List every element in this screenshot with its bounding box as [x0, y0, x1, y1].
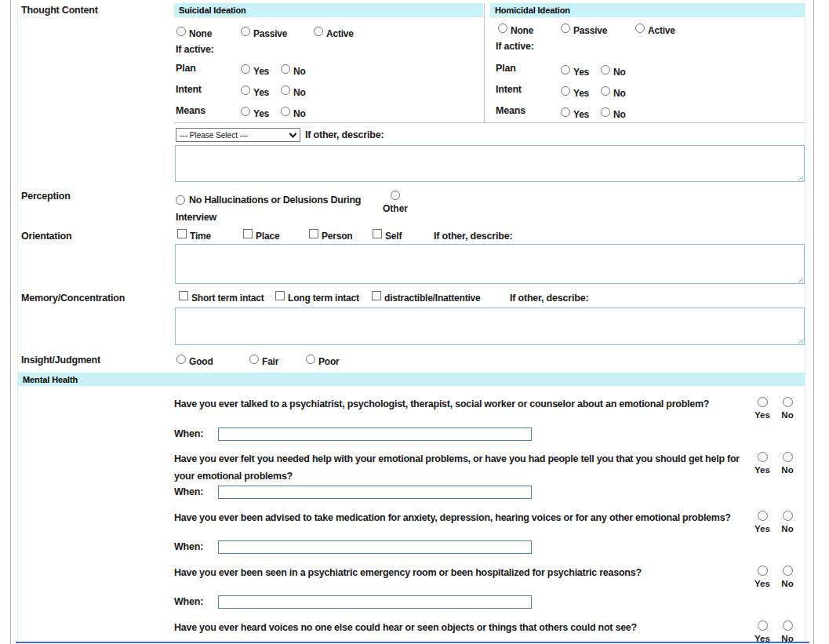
- radio-icon[interactable]: [601, 65, 610, 75]
- radio-icon[interactable]: [241, 107, 250, 116]
- section-label-orientation: Orientation: [21, 231, 71, 242]
- radio-icon[interactable]: [314, 27, 323, 36]
- radio-icon[interactable]: [281, 64, 290, 74]
- radio-option-suicidal-means-no[interactable]: No: [281, 107, 306, 118]
- checkbox-option-person[interactable]: Person: [309, 229, 352, 241]
- radio-option-suicidal-plan-yes[interactable]: Yes: [241, 64, 269, 76]
- radio-option-suicidal-passive[interactable]: Passive: [241, 27, 287, 38]
- radio-option-homicidal-intent-no[interactable]: No: [601, 86, 626, 98]
- radio-icon[interactable]: [561, 107, 570, 117]
- radio-icon[interactable]: [601, 107, 610, 117]
- checkbox-icon[interactable]: [179, 291, 188, 300]
- radio-icon[interactable]: [176, 27, 186, 36]
- checkbox-option-time[interactable]: Time: [177, 229, 211, 241]
- radio-icon[interactable]: [498, 24, 507, 33]
- radio-option-suicidal-intent-yes[interactable]: Yes: [241, 86, 269, 97]
- radio-icon[interactable]: [176, 195, 185, 205]
- radio-option-suicidal-means-yes[interactable]: Yes: [241, 107, 269, 118]
- radio-option-suicidal-none[interactable]: None: [176, 27, 212, 38]
- radio-option-q5-no[interactable]: No: [776, 620, 799, 643]
- checkbox-option-distractible[interactable]: distractible/Inattentive: [372, 291, 481, 303]
- orientation-if-other-label: If other, describe:: [434, 231, 512, 242]
- suicidal-intent-label: Intent: [176, 84, 202, 95]
- radio-icon[interactable]: [281, 107, 290, 116]
- radio-option-q4-no[interactable]: No: [776, 566, 799, 588]
- checkbox-option-place[interactable]: Place: [243, 229, 279, 241]
- radio-icon[interactable]: [635, 24, 645, 33]
- radio-icon[interactable]: [561, 65, 570, 75]
- radio-icon[interactable]: [176, 355, 186, 364]
- radio-option-good[interactable]: Good: [176, 355, 213, 366]
- homicidal-if-active-label: If active:: [496, 41, 534, 52]
- radio-option-suicidal-active[interactable]: Active: [314, 27, 354, 38]
- radio-option-suicidal-plan-no[interactable]: No: [281, 64, 306, 76]
- radio-icon[interactable]: [783, 397, 793, 407]
- radio-icon[interactable]: [758, 452, 768, 462]
- suicidal-ideation-header: Suicidal Ideation: [174, 3, 483, 17]
- radio-icon[interactable]: [241, 86, 250, 95]
- radio-icon[interactable]: [758, 620, 768, 631]
- radio-icon[interactable]: [783, 620, 793, 631]
- radio-icon[interactable]: [601, 86, 610, 96]
- when-input-1[interactable]: [218, 428, 532, 441]
- radio-option-q3-no[interactable]: No: [776, 511, 799, 533]
- radio-option-no-hallucinations[interactable]: No Hallucinations or Delusions During In…: [176, 191, 378, 226]
- checkbox-icon[interactable]: [177, 229, 187, 238]
- radio-option-homicidal-means-yes[interactable]: Yes: [561, 107, 589, 119]
- when-input-2[interactable]: [218, 486, 532, 499]
- radio-option-homicidal-none[interactable]: None: [498, 24, 533, 35]
- radio-icon[interactable]: [758, 511, 768, 521]
- orientation-other-textarea[interactable]: [175, 244, 805, 284]
- thought-other-textarea-wrap: [175, 145, 805, 182]
- radio-icon[interactable]: [783, 566, 793, 576]
- radio-icon[interactable]: [281, 86, 290, 95]
- ideation-type-select[interactable]: --- Please Select ---: [176, 128, 300, 142]
- when-input-4[interactable]: [218, 595, 532, 609]
- radio-option-q2-yes[interactable]: Yes: [751, 452, 774, 475]
- checkbox-icon[interactable]: [243, 229, 253, 238]
- radio-icon[interactable]: [241, 27, 250, 36]
- radio-icon[interactable]: [758, 566, 768, 576]
- checkbox-option-short-term[interactable]: Short term intact: [179, 291, 264, 303]
- orientation-other-textarea-wrap: [175, 244, 805, 284]
- when-input-3[interactable]: [218, 540, 532, 554]
- select-value: --- Please Select ---: [180, 131, 248, 140]
- checkbox-icon[interactable]: [275, 291, 285, 300]
- checkbox-option-self[interactable]: Self: [373, 229, 402, 241]
- checkbox-icon[interactable]: [309, 229, 318, 238]
- radio-icon[interactable]: [561, 24, 570, 33]
- section-label-thought-content: Thought Content: [21, 5, 98, 16]
- memory-other-textarea[interactable]: [175, 307, 805, 345]
- thought-other-textarea[interactable]: [175, 145, 805, 182]
- memory-other-textarea-wrap: [175, 307, 805, 345]
- radio-option-q1-yes[interactable]: Yes: [751, 397, 774, 420]
- radio-option-homicidal-plan-no[interactable]: No: [601, 65, 626, 77]
- panel-divider: [484, 3, 485, 122]
- radio-option-q1-no[interactable]: No: [776, 397, 799, 420]
- radio-option-perception-other[interactable]: Other: [382, 191, 409, 214]
- radio-icon[interactable]: [249, 355, 259, 364]
- radio-icon[interactable]: [391, 191, 400, 200]
- radio-option-homicidal-intent-yes[interactable]: Yes: [561, 86, 589, 98]
- checkbox-icon[interactable]: [372, 291, 381, 300]
- radio-option-q4-yes[interactable]: Yes: [751, 566, 774, 588]
- radio-icon[interactable]: [561, 86, 570, 96]
- radio-icon[interactable]: [241, 64, 250, 74]
- radio-option-homicidal-plan-yes[interactable]: Yes: [561, 65, 589, 77]
- radio-icon[interactable]: [783, 511, 793, 521]
- radio-option-poor[interactable]: Poor: [306, 355, 340, 366]
- radio-option-homicidal-means-no[interactable]: No: [601, 107, 626, 119]
- checkbox-option-long-term[interactable]: Long term intact: [275, 291, 359, 303]
- radio-option-q5-yes[interactable]: Yes: [751, 620, 774, 643]
- yes-no-group-1: Yes No: [751, 397, 799, 420]
- radio-icon[interactable]: [758, 397, 768, 407]
- radio-option-q3-yes[interactable]: Yes: [751, 511, 774, 533]
- radio-option-q2-no[interactable]: No: [776, 452, 799, 475]
- radio-icon[interactable]: [306, 355, 315, 364]
- radio-option-homicidal-active[interactable]: Active: [635, 24, 675, 35]
- radio-icon[interactable]: [783, 452, 793, 462]
- radio-option-homicidal-passive[interactable]: Passive: [561, 24, 607, 35]
- radio-option-fair[interactable]: Fair: [249, 355, 278, 366]
- radio-option-suicidal-intent-no[interactable]: No: [281, 86, 306, 97]
- checkbox-icon[interactable]: [373, 229, 382, 238]
